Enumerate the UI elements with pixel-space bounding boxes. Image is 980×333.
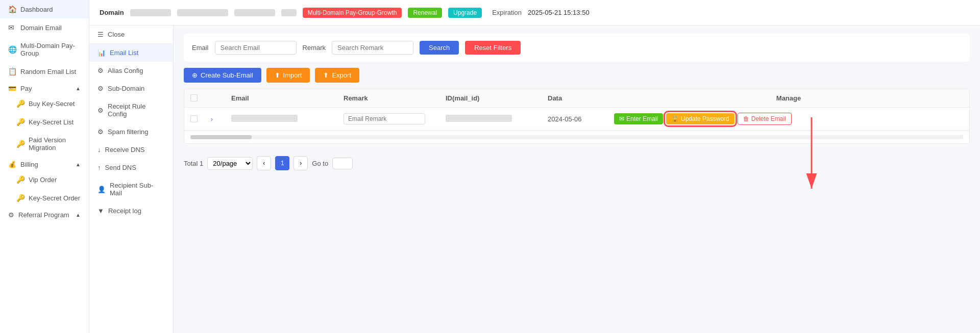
delete-email-button[interactable]: 🗑 Delete Email bbox=[738, 113, 792, 125]
pay-arrow-icon: ▲ bbox=[76, 86, 81, 91]
action-bar: ⊕ Create Sub-Email ⬆ Import ⬆ Export bbox=[184, 68, 970, 83]
trash-icon: 🗑 bbox=[743, 115, 749, 122]
top-header: Domain Multi-Domain Pay-Group-Growth Ren… bbox=[89, 0, 980, 25]
header-remark: Remark bbox=[344, 94, 446, 102]
sidebar-label-referral: Referral Program bbox=[18, 211, 69, 219]
sub-sidebar-send-dns[interactable]: ↑ Send DNS bbox=[89, 159, 173, 176]
table-row: › 2024-05-06 bbox=[184, 108, 969, 131]
domain-label: Domain bbox=[100, 9, 124, 16]
select-all-checkbox[interactable] bbox=[190, 94, 198, 101]
export-button[interactable]: ⬆ Export bbox=[315, 68, 359, 83]
sub-sidebar-email-list[interactable]: 📊 Email List bbox=[89, 44, 173, 62]
sidebar-section-billing[interactable]: 💰 Billing ▲ bbox=[0, 157, 89, 170]
sidebar-item-key-list[interactable]: 🔑 Key-Secret List bbox=[0, 113, 89, 131]
total-label: Total 1 bbox=[184, 160, 203, 167]
lock-icon: 🔒 bbox=[671, 115, 679, 122]
upgrade-button[interactable]: Upgrade bbox=[448, 8, 482, 18]
sidebar-label-domain-email: Domain Email bbox=[20, 24, 62, 32]
sidebar-item-dashboard[interactable]: 🏠 Dashboard bbox=[0, 0, 89, 18]
row-expand: › bbox=[211, 115, 231, 123]
renewal-button[interactable]: Renewal bbox=[408, 8, 442, 18]
page-size-select[interactable]: 10/page 20/page 50/page 100/page bbox=[207, 157, 253, 170]
email-table: Email Remark ID(mail_id) Data Manage › bbox=[184, 89, 970, 144]
page-1-button[interactable]: 1 bbox=[275, 156, 289, 170]
upload-icon: ⬆ bbox=[275, 71, 280, 79]
create-sub-email-button[interactable]: ⊕ Create Sub-Email bbox=[184, 68, 261, 83]
sidebar: 🏠 Dashboard ✉ Domain Email 🌐 Multi-Domai… bbox=[0, 0, 89, 333]
alias-icon: ⚙ bbox=[97, 67, 104, 74]
billing-arrow-icon: ▲ bbox=[76, 162, 81, 167]
enter-email-button[interactable]: ✉ Enter Email bbox=[614, 113, 663, 124]
sidebar-item-buy-key[interactable]: 🔑 Buy Key-Secret bbox=[0, 94, 89, 113]
id-value-blurred bbox=[446, 115, 512, 122]
sidebar-label-key-list: Key-Secret List bbox=[29, 118, 74, 126]
receive-dns-icon: ↓ bbox=[97, 146, 101, 153]
reset-filters-button[interactable]: Reset Filters bbox=[465, 41, 521, 55]
sub-sidebar-receipt-log[interactable]: ▼ Receipt log bbox=[89, 202, 173, 220]
domain-value-3 bbox=[234, 9, 275, 16]
sidebar-section-pay[interactable]: 💳 Pay ▲ bbox=[0, 81, 89, 94]
sidebar-item-paid-version[interactable]: 🔑 Paid Version Migration bbox=[0, 131, 89, 157]
pagination: Total 1 10/page 20/page 50/page 100/page… bbox=[184, 152, 970, 174]
close-icon: ☰ bbox=[97, 31, 104, 38]
sub-sidebar-receipt-rule[interactable]: ⚙ Receipt Rule Config bbox=[89, 97, 173, 123]
sidebar-item-domain-email[interactable]: ✉ Domain Email bbox=[0, 18, 89, 37]
main-content: Domain Multi-Domain Pay-Group-Growth Ren… bbox=[89, 0, 980, 333]
row-checkbox bbox=[190, 115, 211, 122]
sub-sidebar-receive-dns[interactable]: ↓ Receive DNS bbox=[89, 141, 173, 159]
domain-value-4 bbox=[281, 9, 297, 16]
globe-icon: 🌐 bbox=[8, 45, 16, 54]
expand-button[interactable]: › bbox=[211, 116, 213, 123]
row-id bbox=[446, 115, 548, 123]
prev-page-button[interactable]: ‹ bbox=[257, 156, 271, 170]
referral-arrow-icon: ▲ bbox=[76, 212, 81, 218]
search-button[interactable]: Search bbox=[420, 41, 459, 55]
sub-sidebar-alias-config[interactable]: ⚙ Alias Config bbox=[89, 62, 173, 80]
send-dns-label: Send DNS bbox=[105, 164, 136, 171]
sidebar-item-random-email[interactable]: 📋 Random Email List bbox=[0, 62, 89, 81]
sub-sidebar-close[interactable]: ☰ Close bbox=[89, 25, 173, 44]
email-search-input[interactable] bbox=[215, 41, 297, 55]
scrollbar-thumb bbox=[190, 135, 252, 139]
sidebar-item-multi-domain[interactable]: 🌐 Multi-Domain Pay-Group bbox=[0, 37, 89, 62]
sidebar-item-key-secret-order[interactable]: 🔑 Key-Secret Order bbox=[0, 189, 89, 207]
content-area: ☰ Close 📊 Email List ⚙ Alias Config ⚙ Su… bbox=[89, 25, 980, 333]
sidebar-section-referral[interactable]: ⚙ Referral Program ▲ bbox=[0, 207, 89, 221]
next-page-button[interactable]: › bbox=[293, 156, 308, 170]
remark-search-input[interactable] bbox=[332, 41, 413, 55]
sub-sidebar-sub-domain[interactable]: ⚙ Sub-Domain bbox=[89, 80, 173, 97]
email-filter-label: Email bbox=[192, 44, 209, 52]
goto-input[interactable]: 1 bbox=[332, 158, 353, 169]
expiration-value: 2025-05-21 15:13:50 bbox=[528, 9, 590, 16]
subdomain-label: Sub-Domain bbox=[108, 85, 144, 92]
row-manage: ✉ Enter Email 🔒 Update Password 🗑 Delete bbox=[614, 113, 963, 125]
header-email: Email bbox=[231, 94, 344, 102]
referral-icon: ⚙ bbox=[8, 211, 14, 219]
import-button[interactable]: ⬆ Import bbox=[266, 68, 310, 83]
scrollbar-track bbox=[190, 135, 963, 139]
header-id: ID(mail_id) bbox=[446, 94, 548, 102]
update-password-button[interactable]: 🔒 Update Password bbox=[666, 113, 734, 124]
key-icon-1: 🔑 bbox=[16, 99, 24, 108]
sub-sidebar-recipient-sub[interactable]: 👤 Recipient Sub-Mail bbox=[89, 176, 173, 202]
table-scroll[interactable]: Email Remark ID(mail_id) Data Manage › bbox=[184, 89, 969, 143]
receive-dns-label: Receive DNS bbox=[105, 146, 145, 153]
email-value-blurred bbox=[231, 115, 298, 122]
domain-value-2 bbox=[177, 9, 228, 16]
list-icon: 📋 bbox=[8, 67, 16, 75]
row-select-checkbox[interactable] bbox=[190, 115, 198, 122]
sidebar-label-pay: Pay bbox=[20, 85, 32, 92]
horizontal-scrollbar[interactable] bbox=[184, 131, 969, 143]
receipt-log-label: Receipt log bbox=[108, 207, 141, 215]
table-header: Email Remark ID(mail_id) Data Manage bbox=[184, 89, 969, 108]
header-expand bbox=[211, 94, 231, 102]
key-icon-3: 🔑 bbox=[16, 140, 24, 148]
sub-sidebar-spam-filter[interactable]: ⚙ Spam filtering bbox=[89, 123, 173, 141]
remark-input[interactable] bbox=[344, 113, 425, 124]
key-icon-2: 🔑 bbox=[16, 118, 24, 126]
sidebar-label-vip-order: Vip Order bbox=[29, 176, 57, 184]
sub-sidebar: ☰ Close 📊 Email List ⚙ Alias Config ⚙ Su… bbox=[89, 25, 174, 333]
sidebar-item-vip-order[interactable]: 🔑 Vip Order bbox=[0, 170, 89, 189]
manage-actions: ✉ Enter Email 🔒 Update Password 🗑 Delete bbox=[614, 113, 963, 125]
recipient-icon: 👤 bbox=[97, 186, 106, 193]
